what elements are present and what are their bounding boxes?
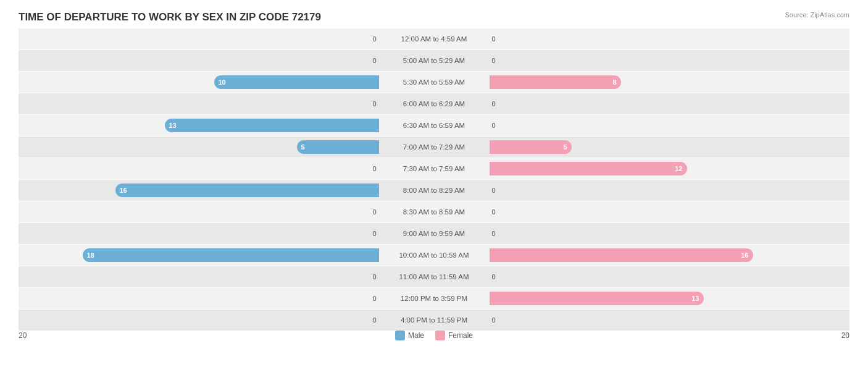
time-label: 11:00 AM to 11:59 AM — [380, 273, 488, 281]
time-label: 12:00 PM to 3:59 PM — [380, 295, 488, 302]
female-bar-value: 12 — [675, 165, 682, 172]
legend-box-female — [435, 331, 445, 340]
bar-row: 07:30 AM to 7:59 AM12 — [19, 158, 849, 179]
male-bar: 13 — [165, 119, 379, 132]
bar-row: 05:00 AM to 5:29 AM0 — [19, 50, 849, 71]
time-label: 6:30 AM to 6:59 AM — [380, 122, 488, 129]
female-zero-value: 0 — [492, 100, 496, 108]
legend: Male Female — [395, 331, 473, 340]
female-bar-value: 5 — [563, 143, 567, 151]
time-label: 8:30 AM to 8:59 AM — [380, 208, 488, 216]
female-zero-value: 0 — [492, 208, 496, 216]
legend-label-female: Female — [448, 331, 473, 340]
time-label: 5:00 AM to 5:29 AM — [380, 57, 488, 64]
female-zero-value: 0 — [492, 273, 496, 281]
bar-row: 1810:00 AM to 10:59 AM16 — [19, 245, 849, 266]
female-bar-value: 8 — [612, 78, 616, 86]
female-bar: 16 — [490, 248, 753, 262]
male-bar: 18 — [83, 248, 379, 262]
time-label: 9:00 AM to 9:59 AM — [380, 230, 488, 237]
male-zero-value: 0 — [372, 57, 376, 64]
female-bar: 13 — [490, 292, 704, 305]
time-label: 7:00 AM to 7:29 AM — [380, 143, 488, 151]
bar-row: 012:00 AM to 4:59 AM0 — [19, 28, 849, 49]
bar-row: 57:00 AM to 7:29 AM5 — [19, 137, 849, 158]
male-zero-value: 0 — [372, 208, 376, 216]
bar-row: 011:00 AM to 11:59 AM0 — [19, 266, 849, 287]
female-bar-value: 16 — [741, 251, 748, 259]
male-bar: 5 — [297, 140, 379, 154]
bar-row: 09:00 AM to 9:59 AM0 — [19, 223, 849, 244]
legend-box-male — [395, 331, 405, 340]
chart-title: TIME OF DEPARTURE TO WORK BY SEX IN ZIP … — [19, 11, 849, 23]
male-bar-value: 10 — [219, 78, 226, 86]
bar-row: 012:00 PM to 3:59 PM13 — [19, 288, 849, 309]
male-bar: 16 — [115, 184, 379, 197]
male-zero-value: 0 — [372, 100, 376, 108]
female-zero-value: 0 — [492, 35, 496, 43]
female-zero-value: 0 — [492, 122, 496, 129]
time-label: 6:00 AM to 6:29 AM — [380, 100, 488, 108]
time-label: 12:00 AM to 4:59 AM — [380, 35, 488, 43]
female-zero-value: 0 — [492, 57, 496, 64]
axis-label-left: 20 — [19, 331, 37, 340]
source-text: Source: ZipAtlas.com — [785, 11, 849, 19]
bar-row: 08:30 AM to 8:59 AM0 — [19, 201, 849, 222]
male-zero-value: 0 — [372, 230, 376, 237]
legend-label-male: Male — [408, 331, 424, 340]
male-zero-value: 0 — [372, 295, 376, 302]
male-zero-value: 0 — [372, 316, 376, 324]
chart-area: 012:00 AM to 4:59 AM005:00 AM to 5:29 AM… — [19, 28, 849, 323]
bar-row: 105:30 AM to 5:59 AM8 — [19, 72, 849, 93]
axis-label-right: 20 — [831, 331, 849, 340]
time-label: 5:30 AM to 5:59 AM — [380, 78, 488, 86]
female-zero-value: 0 — [492, 316, 496, 324]
time-label: 8:00 AM to 8:29 AM — [380, 187, 488, 194]
male-bar-value: 18 — [87, 251, 94, 259]
female-bar: 5 — [490, 140, 572, 154]
legend-item-female: Female — [435, 331, 473, 340]
female-bar-value: 13 — [691, 295, 699, 302]
male-bar-value: 13 — [169, 122, 177, 129]
female-zero-value: 0 — [492, 230, 496, 237]
male-bar: 10 — [214, 75, 379, 89]
legend-item-male: Male — [395, 331, 424, 340]
male-zero-value: 0 — [372, 165, 376, 172]
time-label: 7:30 AM to 7:59 AM — [380, 165, 488, 172]
bar-row: 168:00 AM to 8:29 AM0 — [19, 180, 849, 201]
bar-row: 136:30 AM to 6:59 AM0 — [19, 115, 849, 136]
time-label: 4:00 PM to 11:59 PM — [380, 316, 488, 324]
bar-row: 06:00 AM to 6:29 AM0 — [19, 93, 849, 114]
time-label: 10:00 AM to 10:59 AM — [380, 251, 488, 259]
chart-container: TIME OF DEPARTURE TO WORK BY SEX IN ZIP … — [0, 0, 868, 367]
male-bar-value: 16 — [120, 187, 127, 194]
male-bar-value: 5 — [301, 143, 305, 151]
male-zero-value: 0 — [372, 35, 376, 43]
female-zero-value: 0 — [492, 187, 496, 194]
male-zero-value: 0 — [372, 273, 376, 281]
female-bar: 8 — [490, 75, 621, 89]
female-bar: 12 — [490, 162, 687, 175]
bar-row: 04:00 PM to 11:59 PM0 — [19, 310, 849, 331]
